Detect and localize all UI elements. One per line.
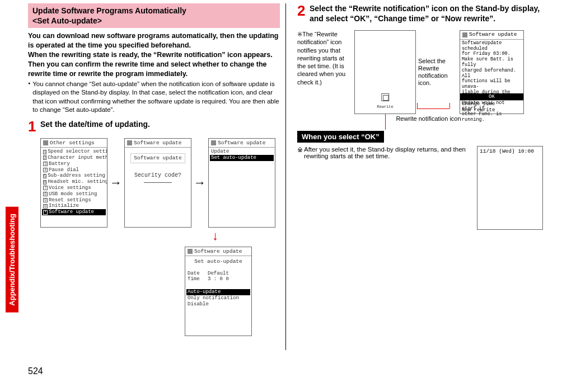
wrench-icon: [188, 249, 193, 254]
phone-screen-other-settings: Other settings 1Speed selector setting 2…: [40, 138, 107, 228]
phone-screen-set-auto-update: Software update Set auto-update DateDefa…: [185, 247, 252, 336]
step-1: 1 Set the date/time of updating.: [28, 119, 280, 134]
rewrite-notification-icon: Rewrite: [377, 93, 393, 110]
section-tab: Appendix/Troubleshooting: [6, 207, 18, 313]
phone-screen-standby: Rewrite: [354, 30, 416, 114]
note-mark: ※: [297, 146, 303, 154]
screen4-header: Software update: [194, 248, 242, 254]
arrow-right-icon: →: [110, 176, 122, 190]
step-1-number: 1: [28, 119, 40, 134]
wrench-icon: [211, 140, 216, 145]
section-title: Update Software Programs Automatically <…: [28, 3, 280, 28]
bullet-dot-icon: ●: [28, 80, 30, 115]
input-underline: [144, 182, 172, 183]
screen3-header: Software update: [218, 140, 266, 146]
phone-screen-security-code: Software update Software update Security…: [124, 138, 191, 228]
phone-screen-software-update-msg: Software update SoftwareUpdate scheduled…: [460, 30, 524, 114]
step-2-number: 2: [297, 3, 310, 23]
caption-rewrite-icon: Rewrite notification icon: [297, 115, 543, 122]
intro-text: You can download new software programs a…: [28, 31, 280, 78]
phone-screen-clock: 11/18 (Wed) 10:00: [477, 146, 543, 230]
arrow-right-icon: →: [194, 176, 206, 190]
wrench-icon: [127, 140, 132, 145]
step-2: 2 Select the “Rewrite notification” icon…: [297, 3, 543, 23]
title-line-2: <Set Auto-update>: [32, 16, 275, 26]
phone-screen-update-menu: Software update Update Set auto-update: [208, 138, 275, 228]
arrow-down-icon: ↓: [212, 229, 218, 243]
subsection-when-ok: When you select “OK”: [297, 131, 384, 143]
title-line-1: Update Software Programs Automatically: [32, 6, 275, 16]
bullet-text: You cannot change “Set auto-update” when…: [32, 80, 280, 115]
bullet-note: ● You cannot change “Set auto-update” wh…: [28, 80, 280, 115]
after-ok-text: After you select it, the Stand-by displa…: [304, 146, 477, 159]
wrench-icon: [462, 32, 467, 37]
callout-select-icon: Select the Rewrite notification icon.: [418, 58, 457, 87]
wrench-icon: [43, 140, 48, 145]
ok-option: OK: [460, 93, 523, 100]
screen1-header: Other settings: [50, 140, 95, 146]
note-rewrite-icon: ※The “Rewrite notification” icon notifie…: [297, 30, 351, 114]
screen2-header: Software update: [134, 140, 182, 146]
page-number: 524: [28, 366, 43, 376]
step-1-text: Set the date/time of updating.: [40, 119, 280, 134]
step-2-text: Select the “Rewrite notification” icon o…: [310, 3, 543, 23]
